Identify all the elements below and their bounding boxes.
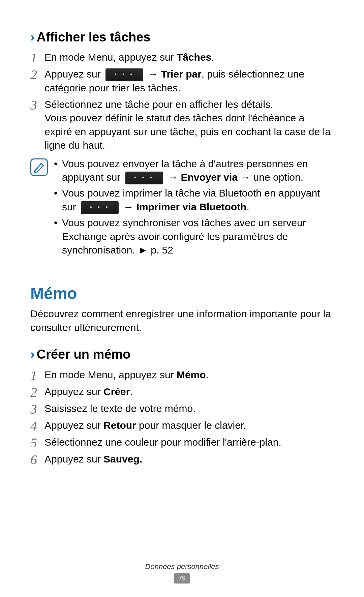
bold-text: Créer (103, 386, 130, 397)
chevron-icon: › (30, 347, 35, 361)
bullet-body: Vous pouvez synchroniser vos tâches avec… (62, 216, 334, 257)
text: Appuyez sur (44, 453, 103, 465)
chevron-icon: › (30, 30, 35, 44)
step-row: 2 Appuyez sur → Trier par, puis sélectio… (30, 67, 334, 95)
step-row: 2 Appuyez sur Créer. (30, 385, 334, 399)
note-block: • Vous pouvez envoyer la tâche à d'autre… (30, 157, 334, 259)
bullet-body: Vous pouvez imprimer la tâche via Blueto… (62, 186, 334, 214)
sub-heading-tasks: ›Afficher les tâches (30, 29, 334, 46)
text: → une option. (238, 172, 303, 183)
heading-text: Afficher les tâches (37, 30, 151, 44)
step-body: Sélectionnez une couleur pour modifier l… (44, 436, 334, 449)
bold-text: Retour (103, 420, 136, 431)
text: . (211, 52, 214, 63)
text: Appuyez sur (44, 386, 103, 397)
bold-text: Sauveg. (103, 453, 142, 465)
step-body: Appuyez sur Retour pour masquer le clavi… (44, 419, 334, 432)
step-number: 1 (30, 51, 44, 65)
step-body: Sélectionnez une tâche pour en afficher … (44, 98, 334, 152)
bullet-body: Vous pouvez envoyer la tâche à d'autres … (62, 157, 334, 185)
text: Sélectionnez une tâche pour en afficher … (44, 98, 334, 112)
page-footer: Données personnelles 79 (0, 562, 364, 584)
options-icon (105, 68, 143, 81)
step-number: 2 (30, 67, 44, 82)
sub-heading-create-memo: ›Créer un mémo (30, 346, 334, 363)
text: . (206, 369, 209, 380)
step-number: 3 (30, 98, 44, 112)
step-number: 4 (30, 419, 44, 433)
options-icon (125, 172, 163, 184)
bold-text: Mémo (177, 369, 206, 380)
step-row: 3 Sélectionnez une tâche pour en affiche… (30, 98, 334, 152)
note-icon (30, 158, 48, 176)
manual-page: ›Afficher les tâches 1 En mode Menu, app… (0, 0, 364, 597)
text: → (168, 172, 181, 183)
text: Vous pouvez définir le statut des tâches… (44, 111, 334, 152)
section-title-memo: Mémo (30, 283, 334, 305)
footer-category: Données personnelles (0, 562, 364, 572)
text: pour masquer le clavier. (136, 420, 246, 431)
bold-text: Envoyer via (181, 172, 237, 183)
text: En mode Menu, appuyez sur (44, 369, 177, 380)
step-row: 6 Appuyez sur Sauveg. (30, 452, 334, 467)
text: En mode Menu, appuyez sur (44, 52, 177, 63)
step-body: En mode Menu, appuyez sur Mémo. (44, 368, 334, 382)
step-body: En mode Menu, appuyez sur Tâches. (44, 51, 334, 64)
step-number: 5 (30, 436, 44, 450)
text: . (130, 386, 132, 397)
text: . (246, 201, 249, 212)
bullet-icon: • (54, 186, 62, 214)
step-number: 6 (30, 452, 44, 467)
step-row: 4 Appuyez sur Retour pour masquer le cla… (30, 419, 334, 433)
step-number: 1 (30, 368, 44, 382)
text: → (123, 201, 136, 212)
section-intro: Découvrez comment enregistrer une inform… (30, 307, 334, 334)
step-row: 1 En mode Menu, appuyez sur Tâches. (30, 51, 334, 65)
step-number: 2 (30, 385, 44, 399)
step-row: 1 En mode Menu, appuyez sur Mémo. (30, 368, 334, 382)
step-body: Appuyez sur → Trier par, puis sélectionn… (44, 67, 334, 95)
bullet-icon: • (54, 157, 62, 185)
step-body: Appuyez sur Créer. (44, 385, 334, 399)
step-body: Appuyez sur Sauveg. (44, 452, 334, 466)
step-row: 3 Saisissez le texte de votre mémo. (30, 402, 334, 416)
bold-text: Tâches (177, 52, 211, 63)
note-bullet: • Vous pouvez envoyer la tâche à d'autre… (54, 157, 334, 185)
note-list: • Vous pouvez envoyer la tâche à d'autre… (54, 157, 334, 259)
bold-text: Imprimer via Bluetooth (136, 201, 247, 212)
bullet-icon: • (54, 216, 62, 257)
note-bullet: • Vous pouvez synchroniser vos tâches av… (54, 216, 334, 257)
text: Appuyez sur (44, 68, 103, 80)
text: Appuyez sur (44, 420, 103, 431)
step-number: 3 (30, 402, 44, 416)
page-number-badge: 79 (174, 573, 190, 584)
options-icon (81, 201, 119, 214)
bold-text: → Trier par (148, 68, 201, 80)
note-bullet: • Vous pouvez imprimer la tâche via Blue… (54, 186, 334, 214)
step-body: Saisissez le texte de votre mémo. (44, 402, 334, 416)
step-row: 5 Sélectionnez une couleur pour modifier… (30, 436, 334, 450)
heading-text: Créer un mémo (37, 347, 131, 361)
